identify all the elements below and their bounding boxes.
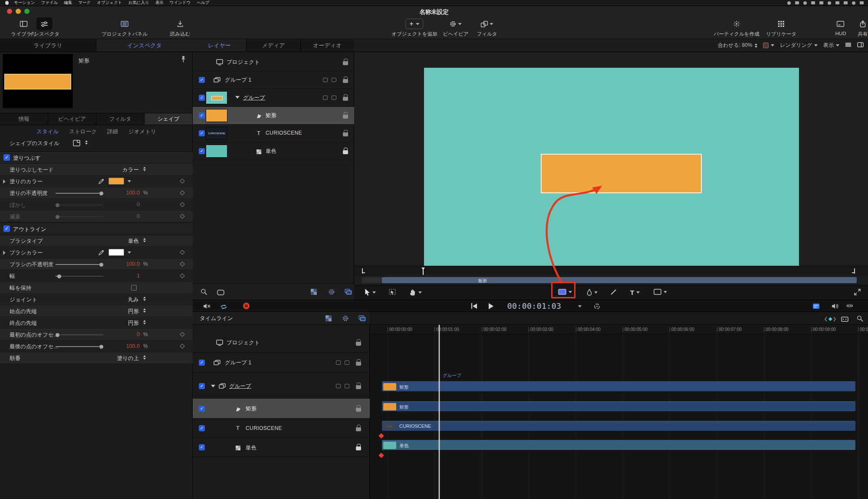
behaviors-button[interactable]: ビヘイビア [443, 17, 469, 37]
lock-icon[interactable] [343, 132, 348, 136]
layer-badge-icon[interactable] [332, 96, 336, 100]
status-icon[interactable] [803, 1, 807, 5]
menu-item-mark[interactable]: マーク [78, 0, 91, 6]
mute-button[interactable] [203, 303, 211, 311]
fill-mode-popup[interactable]: カラー [65, 166, 139, 174]
menu-item-object[interactable]: オブジェクト [97, 0, 122, 6]
scrubber-playhead[interactable] [423, 269, 424, 275]
share-button[interactable]: 共有 [858, 17, 868, 37]
replicator-button[interactable]: リプリケータ [766, 17, 796, 37]
lock-icon[interactable] [343, 97, 348, 101]
canvas-viewport[interactable] [354, 52, 868, 266]
wifi-icon[interactable] [844, 1, 848, 4]
falloff-slider[interactable] [56, 216, 103, 217]
stepper-icon[interactable] [143, 238, 146, 242]
track-bar-rect-1[interactable]: 矩形 [382, 381, 855, 391]
status-icon[interactable] [828, 1, 831, 5]
layer-badge-icon[interactable] [323, 96, 328, 100]
battery-icon[interactable] [835, 1, 839, 4]
menu-item-window[interactable]: ウインドウ [170, 0, 191, 6]
lock-closed-icon[interactable] [343, 150, 348, 154]
layer-checkbox[interactable] [199, 444, 205, 450]
lock-icon[interactable] [356, 342, 361, 346]
joint-popup[interactable]: 丸み [65, 296, 139, 304]
stepper-icon[interactable] [85, 140, 88, 145]
keyframe-icon[interactable] [180, 273, 184, 278]
gear-icon[interactable] [328, 288, 335, 297]
fullscreen-button[interactable] [854, 289, 861, 295]
end-cap-popup[interactable]: 円形 [65, 320, 139, 327]
select-tool[interactable] [365, 289, 376, 296]
keyframe-marker[interactable] [378, 433, 384, 439]
checkerboard-icon[interactable] [326, 315, 332, 323]
apple-menu-icon[interactable] [5, 1, 9, 5]
project-panel-button[interactable]: プロジェクトパネル [102, 17, 148, 37]
timecode-display[interactable]: 00:00:01:03 [502, 301, 567, 311]
layer-checkbox[interactable] [199, 77, 205, 83]
layer-checkbox[interactable] [199, 425, 205, 431]
chevron-down-icon[interactable] [128, 180, 131, 182]
layer-badge-icon[interactable] [336, 384, 341, 388]
layer-checkbox[interactable] [199, 383, 205, 389]
lock-icon[interactable] [356, 362, 361, 366]
disclosure-icon[interactable] [211, 385, 215, 387]
timeline-view-button[interactable] [812, 303, 820, 311]
channel-swatch-control[interactable] [763, 43, 774, 48]
subtab-geometry[interactable]: ジオメトリ [128, 128, 156, 135]
menu-item-help[interactable]: ヘルプ [197, 0, 209, 6]
timeline-row-solid[interactable]: 単色 [193, 438, 370, 457]
status-icon[interactable] [811, 1, 815, 4]
layer-badge-icon[interactable] [323, 78, 328, 82]
view-menu[interactable]: 表示 [823, 42, 839, 49]
rendering-menu[interactable]: レンダリング [780, 42, 818, 49]
brush-color-swatch[interactable] [108, 249, 124, 256]
layer-checkbox[interactable] [199, 360, 205, 366]
track-bar-curioscene[interactable]: --- CURIOSCENE [382, 421, 855, 431]
add-object-button[interactable]: + オブジェクトを追加 [391, 17, 437, 37]
order-popup[interactable]: 塗りの上 [65, 355, 139, 362]
tab-behaviors[interactable]: ビヘイビア [48, 113, 96, 125]
search-icon[interactable] [852, 1, 855, 5]
tab-media[interactable]: メディア [247, 39, 300, 52]
tab-shape[interactable]: シェイプ [145, 113, 193, 125]
timeline-row-text[interactable]: T CURIOSCENE [193, 419, 370, 438]
fill-color-swatch[interactable] [108, 178, 124, 185]
layer-row-rect[interactable]: 矩形 [193, 107, 354, 125]
keyframe-icon[interactable] [180, 214, 184, 218]
disclosure-icon[interactable] [3, 251, 6, 255]
width-slider[interactable] [56, 276, 103, 277]
subtab-style[interactable]: スタイル [36, 128, 59, 135]
view-layout-icon[interactable] [845, 42, 852, 49]
film-icon[interactable] [841, 316, 848, 324]
stepper-icon[interactable] [143, 355, 146, 360]
project-canvas[interactable] [424, 68, 799, 277]
tab-layers[interactable]: レイヤー [193, 39, 247, 52]
layer-row-text[interactable]: CURIOSCENE T CURIOSCENE [193, 125, 354, 142]
disclosure-icon[interactable] [235, 96, 240, 99]
subtab-stroke[interactable]: ストローク [69, 128, 97, 135]
pan-tool[interactable] [410, 289, 422, 296]
record-button[interactable] [243, 303, 250, 309]
start-cap-popup[interactable]: 円形 [65, 308, 139, 315]
layer-badge-icon[interactable] [336, 360, 341, 365]
playback-settings-icon[interactable] [594, 303, 600, 311]
collapse-arrows-icon[interactable]: «» [846, 301, 853, 309]
lock-icon[interactable] [343, 115, 348, 119]
lock-icon[interactable] [356, 408, 361, 412]
layer-checkbox[interactable] [199, 112, 205, 119]
panel-toggle-icon[interactable] [857, 42, 864, 49]
layer-row-solid[interactable]: 単色 [193, 142, 354, 160]
keyframe-icon[interactable] [180, 344, 184, 348]
import-button[interactable]: 読み込む [170, 17, 191, 37]
keyframe-marker[interactable] [378, 453, 384, 458]
mini-timeline[interactable]: 矩形 [354, 275, 868, 285]
make-particles-button[interactable]: パーティクルを作成 [713, 17, 759, 37]
layers-icon[interactable] [345, 289, 352, 297]
fill-checkbox[interactable] [3, 154, 10, 161]
mini-timeline-bar[interactable] [382, 277, 857, 283]
layer-checkbox[interactable] [199, 406, 205, 412]
lock-icon[interactable] [356, 385, 361, 389]
timeline-playhead[interactable] [439, 325, 440, 499]
shape-style-icon[interactable] [73, 140, 80, 148]
keyframe-icon[interactable] [180, 332, 184, 337]
